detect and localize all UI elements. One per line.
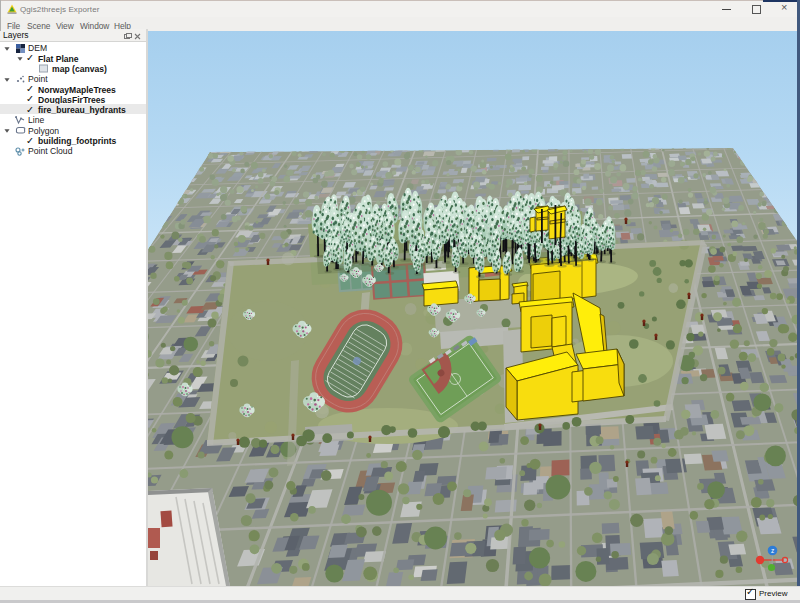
svg-text:z: z <box>771 547 774 554</box>
